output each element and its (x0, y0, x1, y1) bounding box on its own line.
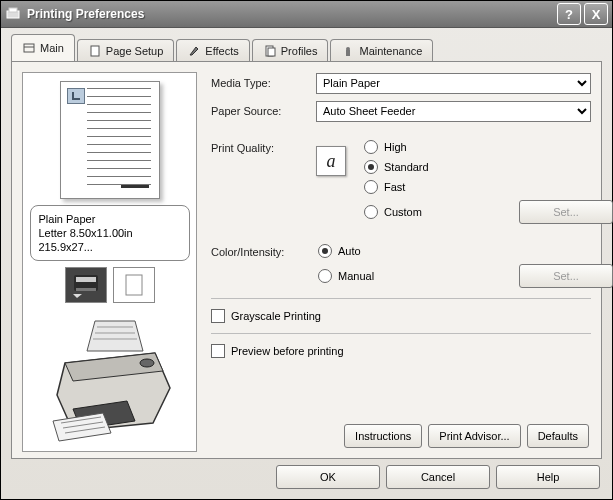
preview-before-checkbox[interactable]: Preview before printing (211, 344, 591, 358)
media-type-row: Media Type: Plain Paper (211, 72, 591, 94)
radio-label: Standard (384, 161, 429, 173)
radio-icon (318, 269, 332, 283)
app-icon (5, 6, 21, 22)
cancel-button[interactable]: Cancel (386, 465, 490, 489)
svg-rect-2 (24, 44, 34, 52)
profiles-tab-icon (263, 44, 277, 58)
media-name: Plain Paper (39, 212, 181, 226)
defaults-button[interactable]: Defaults (527, 424, 589, 448)
radio-label: Fast (384, 181, 405, 193)
page-setup-tab-icon (88, 44, 102, 58)
preview-column: Plain Paper Letter 8.50x11.00in 215.9x27… (22, 72, 197, 448)
preview-frame: Plain Paper Letter 8.50x11.00in 215.9x27… (22, 72, 197, 452)
quality-custom-radio[interactable]: Custom (364, 205, 422, 219)
main-tab-panel: Plain Paper Letter 8.50x11.00in 215.9x27… (11, 61, 602, 459)
printing-preferences-window: Printing Preferences ? X Main Page Setup… (0, 0, 613, 500)
print-advisor-button[interactable]: Print Advisor... (428, 424, 520, 448)
svg-point-18 (140, 359, 154, 367)
quality-fast-radio[interactable]: Fast (364, 180, 591, 194)
settings-column: Media Type: Plain Paper Paper Source: Au… (211, 72, 591, 448)
effects-tab-icon (187, 44, 201, 58)
print-quality-label: Print Quality: (211, 140, 316, 154)
svg-rect-8 (346, 50, 350, 56)
titlebar: Printing Preferences ? X (1, 1, 612, 28)
tab-main[interactable]: Main (11, 34, 75, 61)
tab-profiles[interactable]: Profiles (252, 39, 329, 62)
quality-set-button[interactable]: Set... (519, 200, 613, 224)
color-intensity-section: Color/Intensity: Auto Manual (211, 244, 591, 288)
tab-label: Profiles (281, 45, 318, 57)
page-preview (60, 81, 160, 199)
checkbox-icon (211, 344, 225, 358)
svg-marker-12 (73, 294, 82, 298)
quality-high-radio[interactable]: High (364, 140, 591, 154)
svg-rect-11 (76, 288, 96, 291)
radio-icon (364, 160, 378, 174)
tab-strip: Main Page Setup Effects Profiles Mainten… (11, 35, 602, 61)
checkbox-label: Preview before printing (231, 345, 344, 357)
paper-source-row: Paper Source: Auto Sheet Feeder (211, 100, 591, 122)
maintenance-tab-icon (341, 44, 355, 58)
svg-rect-1 (9, 8, 17, 12)
print-quality-icon: a (316, 146, 346, 176)
divider (211, 298, 591, 299)
orientation-portrait-button[interactable] (65, 267, 107, 303)
svg-marker-14 (87, 321, 143, 351)
radio-icon (364, 140, 378, 154)
ok-button[interactable]: OK (276, 465, 380, 489)
media-info-bubble: Plain Paper Letter 8.50x11.00in 215.9x27… (30, 205, 190, 261)
help-button[interactable]: ? (557, 3, 581, 25)
radio-icon (318, 244, 332, 258)
svg-rect-6 (268, 48, 275, 56)
preview-footer-mark (121, 185, 149, 188)
main-tab-icon (22, 41, 36, 55)
instructions-button[interactable]: Instructions (344, 424, 422, 448)
svg-rect-13 (126, 275, 142, 295)
orientation-landscape-button[interactable] (113, 267, 155, 303)
color-intensity-label: Color/Intensity: (211, 244, 316, 258)
close-button[interactable]: X (584, 3, 608, 25)
radio-icon (364, 205, 378, 219)
quality-standard-radio[interactable]: Standard (364, 160, 591, 174)
svg-rect-4 (91, 46, 99, 56)
color-auto-radio[interactable]: Auto (318, 244, 591, 258)
radio-label: Manual (338, 270, 374, 282)
tab-page-setup[interactable]: Page Setup (77, 39, 175, 62)
tab-maintenance[interactable]: Maintenance (330, 39, 433, 62)
radio-label: Custom (384, 206, 422, 218)
help-button-bottom[interactable]: Help (496, 465, 600, 489)
printer-illustration (35, 313, 185, 443)
media-type-select[interactable]: Plain Paper (316, 73, 591, 94)
color-manual-radio[interactable]: Manual (318, 269, 374, 283)
paper-source-label: Paper Source: (211, 105, 316, 117)
tab-label: Maintenance (359, 45, 422, 57)
paper-source-select[interactable]: Auto Sheet Feeder (316, 101, 591, 122)
orientation-row (65, 267, 155, 303)
radio-label: Auto (338, 245, 361, 257)
radio-label: High (384, 141, 407, 153)
svg-rect-10 (76, 277, 96, 282)
tab-effects[interactable]: Effects (176, 39, 249, 62)
tab-label: Effects (205, 45, 238, 57)
checkbox-label: Grayscale Printing (231, 310, 321, 322)
panel-button-row: Instructions Print Advisor... Defaults (344, 424, 589, 448)
grayscale-checkbox[interactable]: Grayscale Printing (211, 309, 591, 323)
media-size: Letter 8.50x11.00in 215.9x27... (39, 226, 181, 254)
dialog-body: Main Page Setup Effects Profiles Mainten… (1, 27, 612, 499)
checkbox-icon (211, 309, 225, 323)
tab-label: Page Setup (106, 45, 164, 57)
dialog-button-row: OK Cancel Help (276, 465, 600, 489)
radio-icon (364, 180, 378, 194)
dog-ear-icon (67, 88, 85, 104)
divider (211, 333, 591, 334)
window-title: Printing Preferences (27, 7, 554, 21)
print-quality-section: Print Quality: a High Sta (211, 140, 591, 224)
color-set-button[interactable]: Set... (519, 264, 613, 288)
media-type-label: Media Type: (211, 77, 316, 89)
preview-text-lines (87, 88, 151, 192)
tab-label: Main (40, 42, 64, 54)
